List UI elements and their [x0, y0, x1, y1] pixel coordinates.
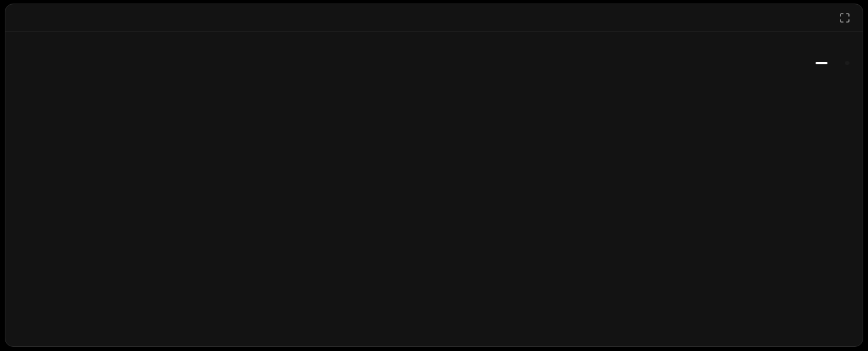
trades-chart[interactable] — [5, 83, 863, 308]
line-icon — [816, 62, 827, 64]
chart-legend — [764, 59, 832, 67]
sells-dot-icon — [790, 59, 798, 67]
panel-header — [5, 4, 863, 32]
chart-area[interactable] — [5, 83, 863, 310]
buys-dot-icon — [764, 59, 773, 67]
legend-item-total-trades — [816, 62, 832, 64]
legend-item-sells — [790, 59, 802, 67]
fullscreen-icon — [840, 13, 850, 23]
legend-item-buys — [764, 59, 777, 67]
timeframe-group — [845, 61, 850, 65]
trades-chart-panel — [5, 4, 863, 347]
chart-controls — [764, 59, 850, 67]
stats-row — [5, 49, 863, 77]
chart-description — [5, 32, 845, 39]
fullscreen-button[interactable] — [839, 12, 851, 24]
